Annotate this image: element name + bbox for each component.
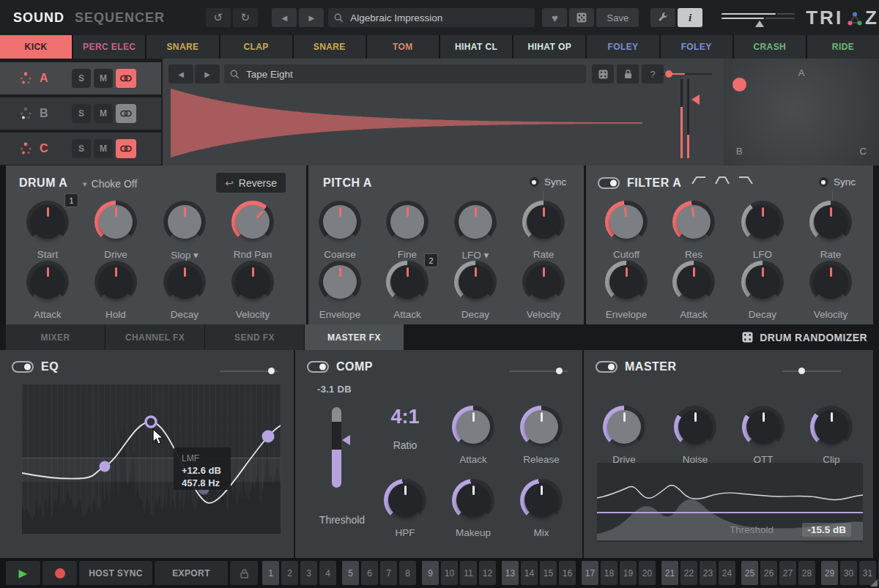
comp-enable-toggle[interactable] (307, 361, 329, 373)
knob-fine[interactable]: Fine (374, 201, 441, 260)
step-7[interactable]: 7 (380, 561, 397, 585)
info-button[interactable]: i (678, 8, 702, 27)
master-mix-slider[interactable] (782, 368, 841, 374)
step-13[interactable]: 13 (502, 561, 519, 585)
sample-search-field[interactable] (224, 64, 586, 83)
mute-button[interactable]: M (94, 104, 113, 123)
bandpass-filter-icon[interactable] (714, 174, 730, 186)
step-19[interactable]: 19 (620, 561, 637, 585)
sample-randomize-button[interactable] (592, 64, 614, 83)
knob-envelope[interactable]: Envelope (306, 261, 374, 320)
highpass-filter-icon[interactable] (691, 174, 707, 186)
preset-search-field[interactable] (328, 8, 535, 27)
slider-handle[interactable] (665, 70, 672, 78)
step-8[interactable]: 8 (399, 561, 416, 585)
knob-lfo[interactable]: LFO ▾ (442, 201, 509, 261)
knob-attack[interactable]: Attack (14, 261, 81, 320)
step-9[interactable]: 9 (422, 561, 439, 585)
step-18[interactable]: 18 (601, 561, 617, 585)
solo-button[interactable]: S (72, 139, 91, 158)
pad-tom[interactable]: TOM (367, 35, 439, 59)
knob-velocity[interactable]: Velocity (797, 261, 864, 320)
pad-snare[interactable]: SNARE (294, 35, 366, 59)
knob-drive[interactable]: Drive (590, 406, 658, 465)
master-scope[interactable]: Threshold -15.5 dB (597, 463, 863, 542)
step-1[interactable]: 1 (262, 561, 279, 585)
filter-enable-toggle[interactable] (598, 177, 620, 189)
resize-grip[interactable] (870, 579, 878, 587)
step-24[interactable]: 24 (719, 561, 735, 585)
slider-handle[interactable] (556, 368, 563, 374)
master-volume-widget[interactable] (722, 8, 788, 27)
step-22[interactable]: 22 (680, 561, 697, 585)
step-20[interactable]: 20 (639, 561, 656, 585)
layer-row-a[interactable]: ASM (0, 62, 161, 94)
xy-handle[interactable] (732, 78, 746, 92)
redo-button[interactable]: ↻ (233, 8, 258, 27)
sample-search-input[interactable] (245, 68, 580, 81)
knob-ott[interactable]: OTT (730, 406, 797, 465)
step-15[interactable]: 15 (540, 561, 557, 585)
eq-point-hf[interactable] (262, 431, 275, 443)
layer-row-c[interactable]: CSM (0, 133, 161, 165)
randomize-preset-button[interactable] (569, 8, 594, 27)
link-button[interactable] (116, 69, 136, 88)
pad-hihat-op[interactable]: HIHAT OP (513, 35, 585, 59)
settings-wrench-button[interactable] (650, 8, 675, 27)
knob-cutoff[interactable]: Cutoff (593, 201, 660, 260)
tab-channel-fx[interactable]: CHANNEL FX (105, 324, 204, 350)
comp-mix-slider[interactable] (509, 368, 568, 374)
step-6[interactable]: 6 (361, 561, 378, 585)
link-button[interactable] (116, 139, 136, 158)
solo-button[interactable]: S (72, 69, 91, 88)
mute-button[interactable]: M (94, 139, 113, 158)
knob-hpf[interactable]: HPF (371, 479, 439, 538)
reverse-button[interactable]: ↩ Reverse (216, 173, 286, 193)
filter-sync-toggle[interactable]: Sync (819, 176, 856, 187)
export-button[interactable]: EXPORT (155, 561, 228, 585)
step-10[interactable]: 10 (441, 561, 458, 585)
knob-drive[interactable]: Drive (82, 201, 149, 260)
tab-send-fx[interactable]: SEND FX (205, 324, 304, 350)
knob-attack[interactable]: Attack (440, 406, 507, 465)
step-21[interactable]: 21 (661, 561, 678, 585)
knob-decay[interactable]: Decay (729, 261, 796, 320)
favorite-button[interactable]: ♥ (542, 8, 567, 27)
ratio-value[interactable]: 4:1 (376, 406, 434, 428)
knob-hold[interactable]: Hold (82, 261, 149, 320)
knob-clip[interactable]: Clip (798, 406, 865, 465)
step-14[interactable]: 14 (521, 561, 538, 585)
step-5[interactable]: 5 (342, 561, 359, 585)
solo-button[interactable]: S (72, 104, 91, 123)
knob-lfo[interactable]: LFO (729, 201, 796, 260)
knob-slop[interactable]: Slop ▾ (151, 201, 218, 261)
next-sample-button[interactable]: ▶ (195, 64, 220, 83)
eq-point-lmf-selected[interactable] (146, 417, 156, 427)
sample-waveform[interactable] (168, 85, 718, 161)
preset-search-input[interactable] (349, 12, 529, 24)
step-3[interactable]: 3 (300, 561, 317, 585)
knob-attack[interactable]: 2Attack (374, 261, 441, 320)
knob-coarse[interactable]: Coarse (306, 201, 374, 260)
pattern-lock-button[interactable] (230, 561, 258, 585)
knob-rnd-pan[interactable]: Rnd Pan (219, 201, 286, 260)
pad-clap[interactable]: CLAP (220, 35, 292, 59)
knob-rate[interactable]: Rate (510, 201, 577, 260)
step-17[interactable]: 17 (582, 561, 598, 585)
step-16[interactable]: 16 (559, 561, 576, 585)
eq-enable-toggle[interactable] (12, 361, 34, 373)
mute-button[interactable]: M (94, 69, 113, 88)
pad-kick[interactable]: KICK (0, 35, 72, 59)
eq-point-lm[interactable] (100, 461, 111, 472)
knob-decay[interactable]: Decay (442, 261, 509, 320)
pad-snare[interactable]: SNARE (146, 35, 218, 59)
slider-handle[interactable] (268, 368, 275, 374)
xy-blend-pad[interactable]: A B C (724, 59, 879, 165)
step-23[interactable]: 23 (700, 561, 716, 585)
knob-velocity[interactable]: Velocity (510, 261, 577, 320)
step-12[interactable]: 12 (479, 561, 496, 585)
knob-attack[interactable]: Attack (660, 261, 727, 320)
step-2[interactable]: 2 (281, 561, 298, 585)
pad-perc-elec[interactable]: PERC ELEC (73, 35, 145, 59)
drum-randomizer-button[interactable]: DRUM RANDOMIZER (742, 324, 867, 350)
